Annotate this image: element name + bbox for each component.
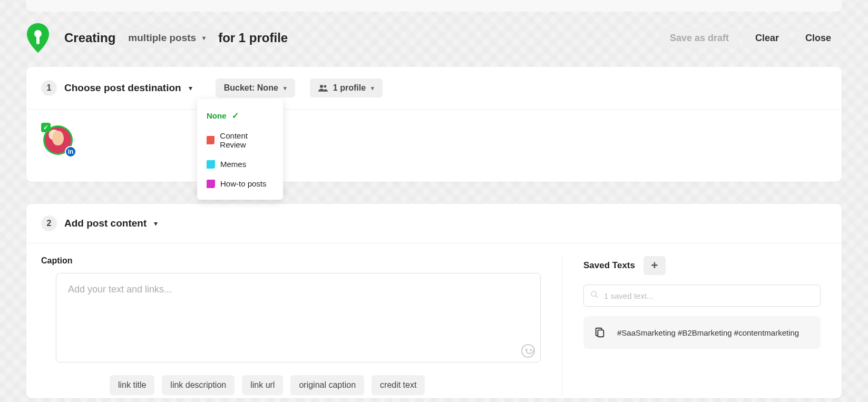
- step2-card: 2 Add post content ▾ Caption link title …: [26, 204, 842, 398]
- chevron-down-icon[interactable]: ▾: [154, 219, 158, 228]
- step2-body: Caption link title link description link…: [26, 243, 842, 395]
- profile-row: ✓ in: [26, 110, 842, 182]
- close-button[interactable]: Close: [795, 27, 842, 49]
- caption-section: Caption link title link description link…: [26, 256, 562, 395]
- step1-number: 1: [41, 80, 57, 96]
- svg-line-5: [596, 296, 598, 298]
- step2-title: Add post content: [64, 218, 147, 229]
- caret-down-icon: ▾: [202, 34, 206, 42]
- page-header: Creating multiple posts ▾ for 1 profile …: [26, 22, 842, 54]
- top-spacer: [26, 0, 842, 12]
- step2-number: 2: [41, 215, 57, 231]
- creating-label: Creating: [64, 31, 115, 45]
- chip-link-url[interactable]: link url: [242, 375, 283, 395]
- bucket-dropdown-menu: None ✓ Content Review Memes How-to posts: [197, 99, 283, 200]
- selected-check-icon: ✓: [41, 123, 51, 132]
- emoji-picker-icon[interactable]: [521, 344, 535, 358]
- step2-header: 2 Add post content ▾: [26, 204, 842, 243]
- saved-text-content: #SaaSmarketing #B2Bmarketing #contentmar…: [617, 328, 799, 337]
- svg-rect-6: [598, 330, 603, 337]
- chip-link-title[interactable]: link title: [110, 375, 154, 395]
- profile-avatar[interactable]: ✓ in: [43, 125, 73, 155]
- tag-icon: [207, 136, 214, 144]
- svg-point-3: [324, 85, 326, 88]
- bucket-option-none[interactable]: None ✓: [197, 105, 283, 126]
- post-type-dropdown[interactable]: multiple posts ▾: [121, 27, 213, 48]
- step1-header: 1 Choose post destination ▾ Bucket: None…: [26, 67, 842, 109]
- profile-count-label: 1 profile: [333, 83, 366, 93]
- saved-text-item[interactable]: #SaaSmarketing #B2Bmarketing #contentmar…: [583, 316, 821, 349]
- post-type-label: multiple posts: [128, 32, 196, 44]
- caption-label: Caption: [41, 256, 541, 266]
- saved-text-search[interactable]: [583, 285, 821, 307]
- caption-textarea[interactable]: [56, 273, 540, 352]
- save-draft-button[interactable]: Save as draft: [659, 27, 739, 49]
- saved-text-search-input[interactable]: [604, 291, 814, 300]
- step1-title: Choose post destination: [64, 82, 181, 94]
- brand-logo: [26, 23, 50, 53]
- tag-icon: [207, 160, 215, 169]
- bucket-item-label: Content Review: [220, 131, 274, 149]
- bucket-option-memes[interactable]: Memes: [197, 154, 283, 174]
- caption-chips: link title link description link url ori…: [110, 375, 541, 395]
- caret-down-icon: ▾: [371, 85, 374, 92]
- saved-texts-title: Saved Texts: [583, 260, 635, 271]
- bucket-option-howto[interactable]: How-to posts: [197, 174, 283, 193]
- header-title-group: Creating multiple posts ▾ for 1 profile: [64, 27, 288, 48]
- svg-rect-1: [36, 36, 40, 44]
- svg-point-4: [591, 291, 596, 296]
- copy-icon[interactable]: [594, 327, 606, 338]
- bucket-none-label: None: [207, 111, 227, 120]
- clear-button[interactable]: Clear: [745, 27, 789, 49]
- caption-box: [56, 273, 541, 362]
- add-saved-text-button[interactable]: +: [643, 256, 666, 275]
- step1-card: 1 Choose post destination ▾ Bucket: None…: [26, 67, 842, 182]
- search-icon: [590, 290, 599, 301]
- profile-selector[interactable]: 1 profile ▾: [310, 79, 383, 97]
- bucket-label: Bucket: None: [224, 83, 278, 93]
- bucket-option-content-review[interactable]: Content Review: [197, 126, 283, 154]
- linkedin-badge-icon: in: [65, 146, 76, 158]
- chip-link-description[interactable]: link description: [162, 375, 235, 395]
- chip-original-caption[interactable]: original caption: [290, 375, 364, 395]
- saved-texts-section: Saved Texts + #SaaSmarketing #B2Bmarketi…: [562, 256, 842, 395]
- tag-icon: [207, 180, 215, 188]
- caret-down-icon: ▾: [284, 85, 287, 92]
- for-profile-label: for 1 profile: [218, 31, 288, 45]
- chevron-down-icon[interactable]: ▾: [189, 84, 192, 92]
- svg-point-2: [320, 85, 323, 88]
- bucket-selector[interactable]: Bucket: None ▾: [216, 79, 295, 97]
- check-icon: ✓: [232, 111, 239, 121]
- chip-credit-text[interactable]: credit text: [372, 375, 425, 395]
- people-icon: [318, 84, 328, 92]
- bucket-item-label: Memes: [220, 160, 246, 169]
- bucket-item-label: How-to posts: [220, 179, 267, 188]
